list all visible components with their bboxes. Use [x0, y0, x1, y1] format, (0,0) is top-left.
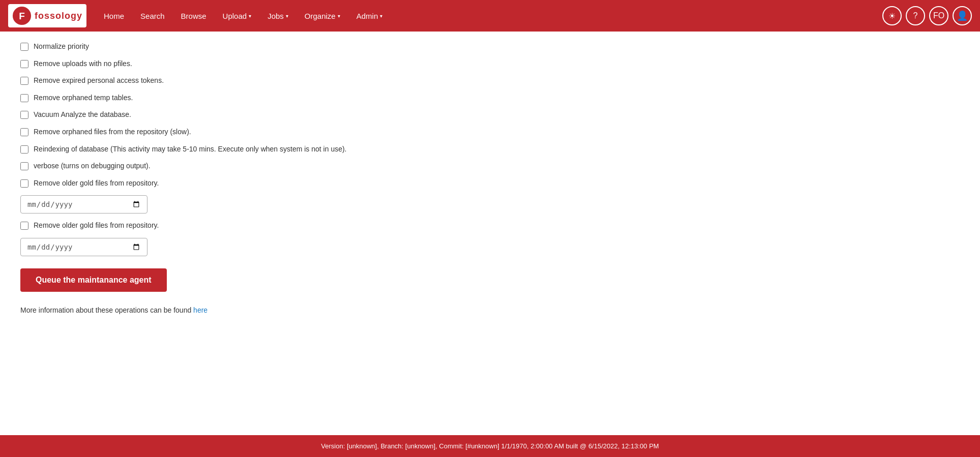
remove-gold-2-checkbox[interactable] [20, 222, 28, 230]
orphaned-files-label: Remove orphaned files from the repositor… [34, 127, 191, 137]
footer: Version: [unknown], Branch: [unknown], C… [0, 435, 980, 457]
checkbox-item-remove-gold-2: Remove older gold files from repository. [20, 221, 960, 231]
more-info-section: More information about these operations … [20, 306, 960, 314]
footer-text: Version: [unknown], Branch: [unknown], C… [321, 442, 659, 450]
logo-icon: F [12, 6, 32, 25]
organize-caret-icon: ▾ [338, 13, 340, 19]
reindexing-checkbox[interactable] [20, 145, 28, 154]
svg-text:F: F [19, 11, 25, 21]
admin-caret-icon: ▾ [380, 13, 382, 19]
checkbox-item-remove-uploads: Remove uploads with no pfiles. [20, 59, 960, 69]
jobs-caret-icon: ▾ [286, 13, 288, 19]
remove-tokens-checkbox[interactable] [20, 77, 28, 85]
checkbox-item-vacuum-analyze: Vacuum Analyze the database. [20, 110, 960, 120]
remove-gold-1-checkbox[interactable] [20, 179, 28, 188]
remove-uploads-label: Remove uploads with no pfiles. [34, 59, 132, 69]
reindexing-label: Reindexing of database (This activity ma… [34, 144, 347, 155]
main-nav: Home Search Browse Upload ▾ Jobs ▾ Organ… [97, 8, 882, 24]
orphaned-temp-checkbox[interactable] [20, 94, 28, 102]
main-content: Normalize priority Remove uploads with n… [0, 32, 980, 435]
vacuum-analyze-checkbox[interactable] [20, 111, 28, 119]
checkbox-item-remove-gold-1: Remove older gold files from repository. [20, 178, 960, 189]
verbose-checkbox[interactable] [20, 162, 28, 170]
theme-icon: ☀ [888, 11, 896, 21]
logo[interactable]: F fossology [8, 4, 86, 27]
nav-browse[interactable]: Browse [174, 8, 214, 24]
user-avatar-button[interactable]: 👤 [953, 6, 972, 25]
remove-gold-2-label: Remove older gold files from repository. [34, 221, 159, 231]
orphaned-files-checkbox[interactable] [20, 128, 28, 136]
queue-maintenance-button[interactable]: Queue the maintanance agent [20, 268, 167, 292]
date-input-1[interactable] [20, 195, 147, 214]
checkbox-item-normalize-priority: Normalize priority [20, 42, 960, 52]
help-button[interactable]: ? [906, 6, 925, 25]
checkbox-item-orphaned-files: Remove orphaned files from the repositor… [20, 127, 960, 137]
vacuum-analyze-label: Vacuum Analyze the database. [34, 110, 131, 120]
upload-caret-icon: ▾ [249, 13, 251, 19]
nav-home[interactable]: Home [97, 8, 131, 24]
logo-text: fossology [35, 11, 82, 21]
remove-tokens-label: Remove expired personal access tokens. [34, 76, 164, 86]
remove-uploads-checkbox[interactable] [20, 60, 28, 68]
nav-organize[interactable]: Organize ▾ [298, 8, 347, 24]
user-initials-text: FO [933, 11, 944, 20]
navbar-right: ☀ ? FO 👤 [882, 6, 972, 25]
more-info-link[interactable]: here [193, 306, 207, 314]
help-icon: ? [913, 11, 918, 20]
more-info-text: More information about these operations … [20, 306, 191, 314]
user-initials-button[interactable]: FO [929, 6, 948, 25]
theme-button[interactable]: ☀ [882, 6, 902, 25]
nav-admin[interactable]: Admin ▾ [349, 8, 390, 24]
navbar: F fossology Home Search Browse Upload ▾ … [0, 0, 980, 32]
user-avatar-icon: 👤 [957, 10, 968, 21]
verbose-label: verbose (turns on debugging output). [34, 161, 151, 171]
orphaned-temp-label: Remove orphaned temp tables. [34, 93, 133, 103]
normalize-priority-label: Normalize priority [34, 42, 89, 52]
normalize-priority-checkbox[interactable] [20, 43, 28, 51]
checkbox-item-remove-tokens: Remove expired personal access tokens. [20, 76, 960, 86]
remove-gold-1-label: Remove older gold files from repository. [34, 178, 159, 189]
date-input-2[interactable] [20, 238, 147, 256]
nav-search[interactable]: Search [133, 8, 172, 24]
nav-jobs[interactable]: Jobs ▾ [260, 8, 295, 24]
nav-upload[interactable]: Upload ▾ [216, 8, 259, 24]
checkbox-item-orphaned-temp: Remove orphaned temp tables. [20, 93, 960, 103]
checkbox-item-verbose: verbose (turns on debugging output). [20, 161, 960, 171]
checkbox-item-reindexing: Reindexing of database (This activity ma… [20, 144, 960, 155]
